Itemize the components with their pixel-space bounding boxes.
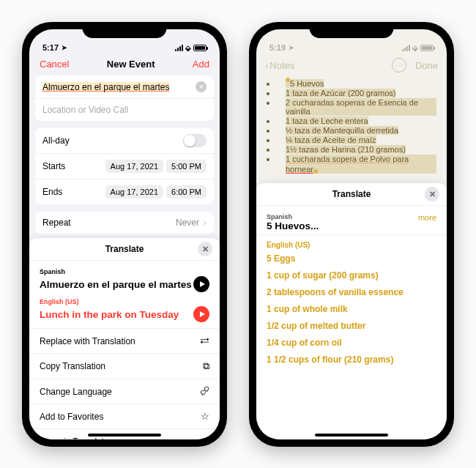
list-item: ¼ taza de Aceite de maíz	[286, 135, 376, 144]
allday-toggle[interactable]	[183, 134, 207, 147]
translation-list: English (US) 5 Eggs 1 cup of sugar (200 …	[256, 235, 447, 371]
sheet-header: Translate ✕	[29, 238, 220, 261]
repeat-value: Never	[176, 218, 199, 228]
notes-nav: ‹ Notes ⋯ Done	[256, 54, 447, 76]
location-placeholder: Location or Video Call	[42, 105, 128, 115]
starts-date-button[interactable]: Aug 17, 2021	[105, 160, 163, 173]
signal-icon	[402, 45, 410, 51]
home-indicator[interactable]	[315, 434, 388, 437]
list-item: 1½ tazas de Harina (210 gramos)	[286, 145, 406, 154]
action-label: Replace with Translation	[40, 336, 135, 346]
change-language-action[interactable]: Change Language 🗪	[29, 379, 220, 404]
location-arrow-icon: ➤	[289, 44, 294, 51]
more-icon[interactable]: ⋯	[392, 58, 406, 73]
source-text: 5 Huevos...	[267, 220, 319, 231]
translate-body: Spanish Almuerzo en el parque el martes …	[29, 261, 220, 329]
sheet-header: Translate ✕	[256, 183, 447, 206]
status-time: 5:19	[269, 43, 286, 52]
list-item: 1 taza de Leche entera	[286, 116, 368, 125]
translated-item: 5 Eggs	[267, 253, 436, 264]
sheet-title: Translate	[332, 189, 371, 199]
translate-source-row: Spanish 5 Huevos... more	[256, 206, 447, 235]
location-arrow-icon: ➤	[62, 44, 67, 51]
more-button[interactable]: more	[418, 213, 436, 222]
ends-label: Ends	[42, 187, 103, 197]
sheet-title: Translate	[105, 244, 144, 254]
star-icon: ☆	[201, 411, 209, 422]
translated-item: 1/4 cup of corn oil	[267, 338, 436, 348]
replace-action[interactable]: Replace with Translation ⮂	[29, 329, 220, 354]
close-icon[interactable]: ✕	[425, 187, 439, 201]
translate-sheet: Translate ✕ Spanish 5 Huevos... more Eng…	[256, 183, 447, 439]
translated-item: 1 cup of whole milk	[267, 304, 436, 314]
repeat-block: Repeat Never ›	[35, 212, 214, 234]
phone-left: 5:17 ➤ ⬙ Cancel New Event Add Almuerzo e…	[22, 22, 227, 447]
translated-item: 1 1/2 cups of flour (210 grams)	[267, 354, 436, 365]
signal-icon	[175, 45, 183, 51]
source-lang-label: Spanish	[267, 213, 319, 220]
play-source-button[interactable]	[193, 276, 209, 292]
notch	[310, 22, 394, 38]
phone-right: 5:19 ➤ ⬙ ‹ Notes ⋯ Done 5 Huevos 1 taza …	[249, 22, 454, 447]
copy-action[interactable]: Copy Translation ⧉	[29, 354, 220, 379]
list-item: 5 Huevos	[290, 79, 324, 88]
list-item: ½ taza de Mantequilla derretida	[286, 126, 398, 135]
note-body[interactable]: 5 Huevos 1 taza de Azúcar (200 gramos) 2…	[256, 76, 447, 177]
target-lang-label: English (US)	[267, 241, 436, 249]
screen-calendar: 5:17 ➤ ⬙ Cancel New Event Add Almuerzo e…	[29, 29, 220, 439]
source-text: Almuerzo en el parque el martes	[40, 279, 192, 290]
clear-icon[interactable]: ✕	[196, 81, 207, 92]
chevron-left-icon: ‹	[265, 60, 268, 71]
target-text: Lunch in the park on Tuesday	[40, 309, 179, 320]
translated-item: 2 tablespoons of vanilla essence	[267, 287, 436, 297]
starts-time-button[interactable]: 5:00 PM	[166, 160, 207, 173]
language-icon: 🗪	[200, 386, 209, 397]
translate-sheet: Translate ✕ Spanish Almuerzo en el parqu…	[29, 238, 220, 439]
add-button[interactable]: Add	[193, 59, 209, 70]
external-icon: ↗	[201, 436, 209, 439]
list-item: 1 cucharada sopera de Polvo para hornear	[286, 155, 409, 174]
battery-icon	[193, 45, 207, 51]
event-title-input[interactable]: Almuerzo en el parque el martes ✕	[35, 75, 214, 99]
location-input[interactable]: Location or Video Call	[35, 99, 214, 121]
copy-icon: ⧉	[203, 360, 209, 372]
play-target-button[interactable]	[193, 306, 209, 322]
chevron-right-icon: ›	[204, 218, 207, 228]
close-icon[interactable]: ✕	[198, 242, 212, 256]
done-button[interactable]: Done	[415, 60, 438, 71]
allday-row: All-day	[35, 128, 214, 154]
nav-bar: Cancel New Event Add	[29, 54, 220, 74]
home-indicator[interactable]	[88, 434, 161, 437]
action-list: Replace with Translation ⮂ Copy Translat…	[29, 329, 220, 439]
target-lang-label: English (US)	[40, 298, 209, 305]
starts-label: Starts	[42, 161, 103, 171]
title-location-block: Almuerzo en el parque el martes ✕ Locati…	[35, 75, 214, 121]
battery-icon	[420, 45, 434, 51]
action-label: Open in Translate	[40, 437, 109, 440]
ends-row: Ends Aug 17, 2021 6:00 PM	[35, 179, 214, 204]
datetime-block: All-day Starts Aug 17, 2021 5:00 PM Ends…	[35, 128, 214, 204]
favorites-action[interactable]: Add to Favorites ☆	[29, 404, 220, 429]
replace-icon: ⮂	[200, 335, 209, 346]
ends-date-button[interactable]: Aug 17, 2021	[105, 185, 163, 198]
list-item: 1 taza de Azúcar (200 gramos)	[286, 89, 395, 97]
action-label: Copy Translation	[40, 361, 105, 371]
back-button[interactable]: ‹ Notes	[265, 60, 294, 71]
ends-time-button[interactable]: 6:00 PM	[166, 185, 207, 198]
action-label: Add to Favorites	[40, 412, 103, 422]
notch	[83, 22, 167, 38]
repeat-label: Repeat	[42, 218, 176, 228]
list-item: 2 cucharadas soperas de Esencia de vaini…	[286, 98, 436, 116]
translated-item: 1 cup of sugar (200 grams)	[267, 270, 436, 281]
status-time: 5:17	[42, 43, 59, 52]
nav-title: New Event	[107, 59, 155, 70]
action-label: Change Language	[40, 387, 112, 397]
screen-notes: 5:19 ➤ ⬙ ‹ Notes ⋯ Done 5 Huevos 1 taza …	[256, 29, 447, 439]
wifi-icon: ⬙	[185, 44, 191, 52]
starts-row: Starts Aug 17, 2021 5:00 PM	[35, 154, 214, 179]
cancel-button[interactable]: Cancel	[40, 59, 69, 70]
repeat-row[interactable]: Repeat Never ›	[35, 212, 214, 234]
back-label: Notes	[269, 60, 294, 71]
allday-label: All-day	[42, 135, 183, 146]
event-title-text: Almuerzo en el parque el martes	[42, 82, 169, 92]
